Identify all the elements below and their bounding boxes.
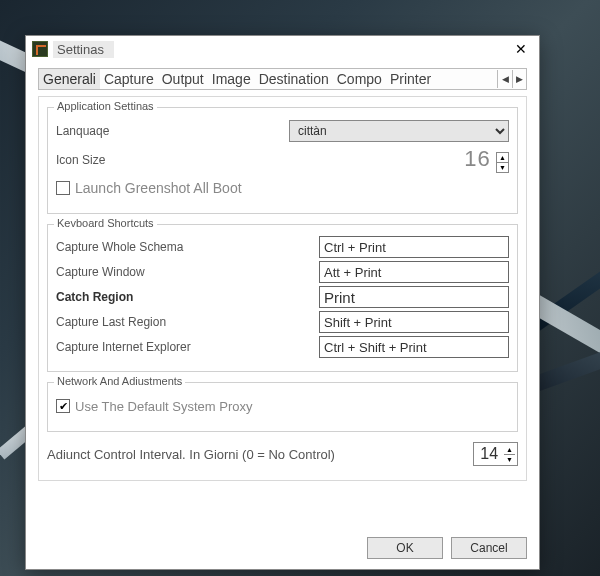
icon-size-label: Icon Size [56, 153, 105, 167]
ok-button[interactable]: OK [367, 537, 443, 559]
interval-value: 14 [476, 445, 502, 463]
tab-panel: Application Settinas Lanquaqe cittàn Ico… [38, 96, 527, 481]
interval-label: Adiunct Control Interval. In Giorni (0 =… [47, 447, 335, 462]
spinner-down-icon[interactable]: ▼ [504, 455, 515, 464]
cancel-button[interactable]: Cancel [451, 537, 527, 559]
app-icon [32, 41, 48, 57]
tab-generali[interactable]: Generali [39, 69, 100, 89]
close-button[interactable]: ✕ [509, 39, 533, 59]
proxy-checkbox[interactable]: ✔ [56, 399, 70, 413]
spinner-up-icon[interactable]: ▲ [504, 445, 515, 455]
group-title-network: Network And Adiustments [54, 375, 185, 387]
group-title-shortcuts: Kevboard Shortcuts [54, 217, 157, 229]
launch-boot-label: Launch Greenshot All Boot [75, 180, 242, 196]
shortcut-input-0[interactable] [319, 236, 509, 258]
window-title: Settinas [53, 41, 114, 58]
group-title-app: Application Settinas [54, 100, 157, 112]
shortcut-label-4: Capture Internet Explorer [56, 340, 311, 354]
shortcut-label-1: Capture Window [56, 265, 311, 279]
proxy-label: Use The Default System Proxy [75, 399, 253, 414]
icon-size-value: 16 [464, 146, 490, 171]
interval-spinner[interactable]: ▲▼ [504, 445, 515, 464]
shortcut-input-3[interactable] [319, 311, 509, 333]
tab-scroll-left-icon[interactable]: ◀ [498, 70, 512, 88]
shortcut-label-2: Catch Region [56, 290, 311, 304]
tab-bar: Generali Capture Output Image Destinatio… [38, 68, 527, 90]
settings-window: Settinas ✕ Generali Capture Output Image… [25, 35, 540, 570]
tab-scroll-right-icon[interactable]: ▶ [512, 70, 526, 88]
icon-size-control: 16 ▲▼ [464, 146, 509, 173]
language-select[interactable]: cittàn [289, 120, 509, 142]
spinner-down-icon[interactable]: ▼ [497, 163, 508, 172]
tab-image[interactable]: Image [208, 69, 255, 89]
interval-control: 14 ▲▼ [473, 442, 518, 466]
spinner-up-icon[interactable]: ▲ [497, 153, 508, 163]
tab-destination[interactable]: Destination [255, 69, 333, 89]
tab-printer[interactable]: Printer [386, 69, 435, 89]
group-application-settings: Application Settinas Lanquaqe cittàn Ico… [47, 107, 518, 214]
group-network: Network And Adiustments ✔ Use The Defaul… [47, 382, 518, 432]
shortcut-input-4[interactable] [319, 336, 509, 358]
launch-boot-checkbox[interactable] [56, 181, 70, 195]
tab-compo[interactable]: Compo [333, 69, 386, 89]
icon-size-spinner[interactable]: ▲▼ [496, 152, 509, 173]
titlebar: Settinas ✕ [26, 36, 539, 62]
shortcut-input-1[interactable] [319, 261, 509, 283]
tab-output[interactable]: Output [158, 69, 208, 89]
shortcut-label-3: Capture Last Region [56, 315, 311, 329]
language-label: Lanquaqe [56, 124, 109, 138]
shortcut-label-0: Capture Whole Schema [56, 240, 311, 254]
dialog-footer: OK Cancel [367, 537, 527, 559]
shortcut-input-2[interactable] [319, 286, 509, 308]
tab-capture[interactable]: Capture [100, 69, 158, 89]
tab-scroll: ◀ ▶ [497, 70, 526, 88]
group-keyboard-shortcuts: Kevboard Shortcuts Capture Whole Schema … [47, 224, 518, 372]
